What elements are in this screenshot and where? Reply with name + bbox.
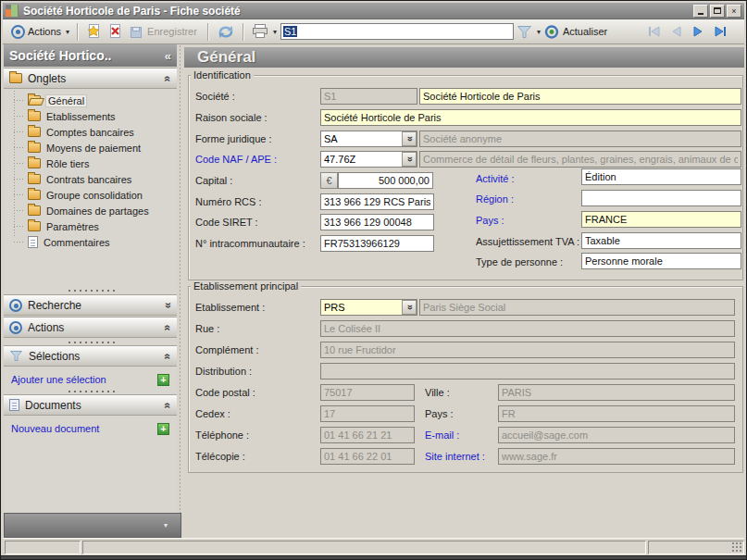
distribution-field[interactable] [320, 363, 735, 380]
new-document-plus-button[interactable]: + [157, 423, 169, 435]
new-document-link[interactable]: Nouveau document [11, 423, 99, 434]
close-button[interactable]: × [727, 5, 741, 18]
raison-sociale-field[interactable] [320, 109, 741, 126]
collapse-panel-icon[interactable]: « [162, 75, 175, 81]
type-personne-field[interactable] [581, 253, 741, 269]
previous-record-icon[interactable] [670, 26, 683, 37]
region-field[interactable] [581, 190, 741, 206]
resize-grip[interactable] [731, 541, 741, 552]
sidebar-item-parametres[interactable]: Paramètres [9, 218, 174, 234]
societe-name-field[interactable] [419, 88, 741, 105]
panel-documents-header[interactable]: Documents « [4, 394, 177, 416]
actions-menu-button[interactable]: Actions ▾ [8, 23, 72, 41]
collapse-panel-icon[interactable]: « [162, 324, 175, 330]
delete-record-button[interactable] [105, 22, 126, 41]
new-document-row: Nouveau document + [4, 419, 177, 438]
new-page-star-icon [86, 24, 102, 39]
rue-label: Rue : [195, 320, 219, 337]
panel-splitter[interactable] [4, 288, 177, 293]
combo-dropdown-button[interactable]: « [402, 152, 417, 167]
etab-pays-field[interactable] [498, 405, 735, 422]
combo-dropdown-button[interactable]: « [402, 300, 417, 315]
capital-field[interactable] [338, 172, 433, 189]
intracommunautaire-field[interactable] [320, 235, 434, 252]
etablissement-name-field[interactable] [419, 299, 735, 316]
print-button[interactable] [249, 22, 271, 41]
sidebar-item-domaines-de-partages[interactable]: Domaines de partages [9, 203, 174, 218]
panel-recherche-header[interactable]: Recherche « [4, 294, 177, 316]
refresh-view-button[interactable]: Actualiser [541, 22, 613, 42]
cedex-field[interactable] [320, 405, 415, 422]
email-label[interactable]: E-mail : [425, 427, 459, 443]
collapse-panel-icon[interactable]: « [162, 353, 175, 359]
ville-field[interactable] [498, 384, 735, 401]
email-field[interactable] [498, 427, 735, 443]
folder-icon [28, 158, 41, 168]
forme-juridique-name-field[interactable] [419, 131, 741, 147]
sidebar-item-comptes-bancaires[interactable]: Comptes bancaires [9, 124, 174, 140]
euro-currency-button[interactable]: € [320, 172, 338, 189]
societe-code-field[interactable] [320, 88, 417, 105]
rue-field[interactable] [320, 320, 735, 337]
filter-button[interactable] [514, 23, 535, 41]
last-record-icon[interactable] [713, 26, 728, 37]
site-internet-field[interactable] [498, 448, 735, 465]
actions-target-icon [9, 321, 22, 334]
code-naf-name-field[interactable] [419, 151, 741, 168]
sidebar-header[interactable]: Société Hortico.. « [4, 44, 177, 67]
tva-field[interactable] [581, 232, 741, 249]
numero-rcs-field[interactable] [320, 193, 434, 210]
sidebar-item-moyens-de-paiement[interactable]: Moyens de paiement [9, 140, 174, 156]
next-record-icon[interactable] [691, 26, 704, 37]
combo-dropdown-button[interactable]: « [402, 131, 417, 146]
sidebar-item-groupe-consolidation[interactable]: Groupe consolidation [9, 187, 174, 203]
activite-label[interactable]: Activité : [476, 170, 515, 187]
site-internet-label[interactable]: Site internet : [425, 448, 485, 465]
code-naf-label[interactable]: Code NAF / APE : [195, 151, 277, 168]
telecopie-field[interactable] [320, 448, 415, 465]
forme-juridique-combo[interactable]: « [320, 131, 417, 147]
complement-label: Complément : [195, 342, 258, 358]
record-search-input[interactable]: S1 [280, 23, 514, 40]
pays-label[interactable]: Pays : [476, 212, 504, 229]
save-button[interactable]: Enregistrer [126, 22, 203, 41]
region-label[interactable]: Région : [476, 191, 514, 207]
title-bar[interactable]: Société Horticole de Paris - Fiche socié… [3, 3, 744, 19]
code-naf-combo[interactable]: « [320, 151, 417, 168]
sidebar-item-contrats-bancaires[interactable]: Contrats bancaires [9, 171, 174, 187]
minimize-button[interactable] [693, 5, 708, 18]
sidebar-item-etablissements[interactable]: Etablissements [9, 108, 174, 124]
collapse-panel-icon[interactable]: « [162, 402, 175, 408]
code-postal-field[interactable] [320, 384, 415, 401]
tree-item-label: Moyens de paiement [46, 143, 141, 154]
activite-field[interactable] [581, 168, 741, 185]
pays-field[interactable] [581, 211, 741, 228]
telephone-field[interactable] [320, 427, 415, 443]
status-cell-right [648, 541, 744, 554]
folder-icon [28, 143, 41, 153]
first-record-icon[interactable] [647, 26, 662, 37]
panel-documents-label: Documents [25, 399, 81, 412]
complement-field[interactable] [320, 342, 735, 358]
panel-selections-header[interactable]: Sélections « [4, 345, 177, 367]
new-record-button[interactable] [83, 22, 105, 41]
add-selection-link[interactable]: Ajouter une sélection [11, 374, 106, 385]
etablissement-combo[interactable]: « [320, 299, 417, 316]
sidebar-splitter[interactable] [177, 44, 183, 513]
maximize-button[interactable] [710, 5, 725, 18]
panel-actions-header[interactable]: Actions « [4, 317, 177, 338]
collapse-sidebar-icon[interactable]: « [165, 49, 171, 63]
panel-onglets-header[interactable]: Onglets « [4, 68, 177, 89]
intracommunautaire-label: N° intracommunautaire : [195, 235, 305, 252]
folder-icon [28, 111, 41, 121]
sidebar-bottom-dropdown-icon[interactable]: ▾ [164, 521, 168, 529]
refresh-button[interactable] [214, 22, 238, 42]
add-selection-plus-button[interactable]: + [157, 374, 169, 386]
sidebar-bottom-bar[interactable]: ▾ [4, 513, 181, 538]
print-dropdown-icon[interactable]: ▾ [273, 28, 277, 36]
sidebar-item-role-tiers[interactable]: Rôle tiers [9, 156, 174, 171]
sidebar-item-commentaires[interactable]: Commentaires [9, 234, 174, 250]
expand-panel-icon[interactable]: « [162, 302, 175, 308]
code-siret-field[interactable] [320, 214, 434, 230]
sidebar-item-general[interactable]: Général [9, 93, 174, 108]
